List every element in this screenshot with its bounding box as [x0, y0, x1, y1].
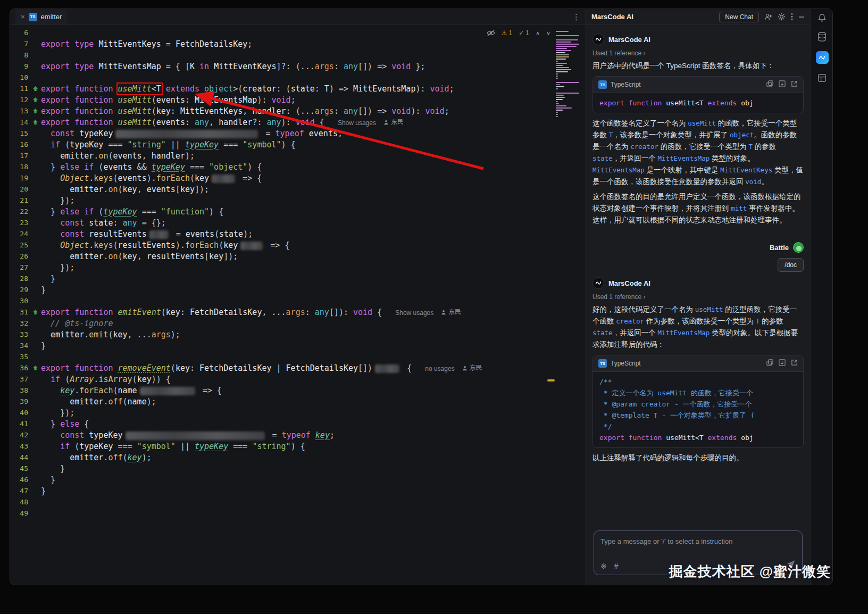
- tab-options-icon[interactable]: ⋮: [572, 12, 580, 22]
- minimize-panel-icon[interactable]: [798, 14, 805, 20]
- code-line[interactable]: 46 }: [10, 474, 586, 485]
- new-chat-button[interactable]: New Chat: [719, 12, 759, 22]
- code-line[interactable]: 25 Object.keys(resultEvents).forEach(key…: [10, 239, 586, 251]
- implementation-marker-icon[interactable]: [29, 365, 41, 371]
- code-line[interactable]: 27 });: [10, 262, 586, 273]
- code-block-body[interactable]: /** * 定义一个名为 useMitt 的函数，它接受一个 * @param …: [593, 372, 803, 447]
- code-line[interactable]: 45 }: [10, 463, 586, 474]
- code-line[interactable]: 35: [10, 351, 586, 362]
- code-line[interactable]: 21 });: [10, 195, 586, 206]
- line-number[interactable]: 23: [10, 219, 29, 227]
- code-line[interactable]: 17 emitter.on(events, handler);: [10, 150, 586, 161]
- code-vision-usages[interactable]: Show usages: [395, 309, 433, 317]
- code-line[interactable]: 15 const typeKey = typeof events;: [10, 128, 586, 139]
- line-number[interactable]: 19: [10, 174, 29, 182]
- code-line[interactable]: 34}: [10, 340, 586, 351]
- implementation-marker-icon[interactable]: [29, 97, 41, 103]
- line-number[interactable]: 42: [10, 431, 29, 439]
- line-number[interactable]: 26: [10, 252, 29, 260]
- line-number[interactable]: 36: [10, 364, 29, 372]
- line-number[interactable]: 33: [10, 330, 29, 338]
- line-number[interactable]: 21: [10, 196, 29, 204]
- code-line[interactable]: 22 } else if (typeKey === "function") {: [10, 206, 586, 217]
- hash-context-icon[interactable]: #: [614, 562, 619, 570]
- code-line[interactable]: 16 if (typeKey === "string" || typeKey =…: [10, 139, 586, 150]
- code-line[interactable]: 14export function useMitt(events: any, h…: [10, 117, 586, 128]
- line-number[interactable]: 40: [10, 409, 29, 417]
- code-line[interactable]: 41 } else {: [10, 418, 586, 429]
- code-block-body[interactable]: export function useMitt<T extends obj: [593, 93, 803, 113]
- line-number[interactable]: 25: [10, 241, 29, 249]
- line-number[interactable]: 14: [10, 118, 29, 126]
- code-line[interactable]: 40 });: [10, 407, 586, 418]
- line-number[interactable]: 8: [10, 51, 29, 59]
- line-number[interactable]: 22: [10, 208, 29, 215]
- code-line[interactable]: 26 emitter.on(key, resultEvents[key]);: [10, 251, 586, 262]
- close-tab-icon[interactable]: ×: [21, 13, 25, 21]
- implementation-marker-icon[interactable]: [29, 108, 41, 114]
- code-line[interactable]: 19 Object.keys(events).forEach(key => {: [10, 172, 586, 184]
- frames-icon[interactable]: [817, 73, 827, 82]
- line-number[interactable]: 44: [10, 453, 29, 461]
- reference-link[interactable]: Used 1 reference ›: [592, 49, 804, 57]
- agents-icon[interactable]: [764, 13, 772, 20]
- open-code-icon[interactable]: [791, 359, 798, 368]
- code-line[interactable]: 44 emitter.off(key);: [10, 452, 586, 463]
- line-number[interactable]: 27: [10, 263, 29, 271]
- line-number[interactable]: 35: [10, 353, 29, 361]
- implementation-marker-icon[interactable]: [29, 119, 41, 125]
- line-number[interactable]: 31: [10, 308, 29, 316]
- line-number[interactable]: 48: [10, 498, 29, 506]
- code-line[interactable]: 48: [10, 496, 586, 508]
- code-editor[interactable]: 67export type MittEventKeys = FetchDetai…: [10, 25, 586, 585]
- line-number[interactable]: 24: [10, 230, 29, 238]
- reference-link[interactable]: Used 1 reference ›: [592, 293, 804, 301]
- panel-more-icon[interactable]: [791, 13, 793, 21]
- code-line[interactable]: 9export type MittEventsMap = { [K in Mit…: [10, 61, 586, 72]
- database-icon[interactable]: [817, 32, 827, 42]
- code-line[interactable]: 39 emitter.off(name);: [10, 396, 586, 407]
- line-number[interactable]: 13: [10, 107, 29, 115]
- code-line[interactable]: 28 }: [10, 273, 586, 284]
- line-number[interactable]: 10: [10, 73, 29, 81]
- line-number[interactable]: 29: [10, 286, 29, 294]
- code-line[interactable]: 30: [10, 295, 586, 306]
- line-number[interactable]: 28: [10, 275, 29, 283]
- line-number[interactable]: 9: [10, 62, 29, 70]
- code-line[interactable]: 8: [10, 49, 586, 61]
- line-number[interactable]: 6: [10, 29, 29, 37]
- code-line[interactable]: 24 const resultEvents = events(state);: [10, 228, 586, 239]
- code-vision-usages[interactable]: Show usages: [338, 119, 376, 127]
- code-line[interactable]: 36export function removeEvent(key: Fetch…: [10, 362, 586, 374]
- line-number[interactable]: 16: [10, 140, 29, 148]
- copy-code-icon[interactable]: [766, 80, 773, 89]
- tab-emitter[interactable]: × TS emitter: [15, 9, 67, 24]
- insert-code-icon[interactable]: [779, 359, 786, 368]
- warnings-badge[interactable]: ⚠1: [502, 29, 512, 37]
- code-line[interactable]: 7export type MittEventKeys = FetchDetail…: [10, 38, 586, 49]
- code-line[interactable]: 32 // @ts-ignore: [10, 318, 586, 329]
- line-number[interactable]: 20: [10, 185, 29, 193]
- open-code-icon[interactable]: [791, 80, 798, 89]
- line-number[interactable]: 7: [10, 40, 29, 48]
- code-line[interactable]: 37 if (Array.isArray(key)) {: [10, 374, 586, 385]
- line-number[interactable]: 49: [10, 509, 29, 517]
- chat-input[interactable]: [600, 537, 796, 545]
- implementation-marker-icon[interactable]: [29, 309, 41, 315]
- copy-code-icon[interactable]: [766, 359, 773, 368]
- code-line[interactable]: 47}: [10, 485, 586, 496]
- code-line[interactable]: 31export function emitEvent(key: FetchDe…: [10, 306, 586, 318]
- line-number[interactable]: 46: [10, 476, 29, 484]
- line-number[interactable]: 12: [10, 96, 29, 104]
- code-line[interactable]: 20 emitter.on(key, events[key]);: [10, 184, 586, 195]
- line-number[interactable]: 38: [10, 386, 29, 394]
- line-number[interactable]: 34: [10, 342, 29, 350]
- line-number[interactable]: 37: [10, 375, 29, 383]
- doc-command-chip[interactable]: /doc: [778, 258, 804, 272]
- insert-code-icon[interactable]: [779, 80, 786, 89]
- prev-issue-icon[interactable]: ∧: [536, 30, 540, 37]
- settings-gear-icon[interactable]: [778, 13, 786, 21]
- line-number[interactable]: 11: [10, 85, 29, 93]
- code-line[interactable]: 18 } else if (events && typeKey === "obj…: [10, 161, 586, 172]
- implementation-marker-icon[interactable]: [29, 86, 41, 92]
